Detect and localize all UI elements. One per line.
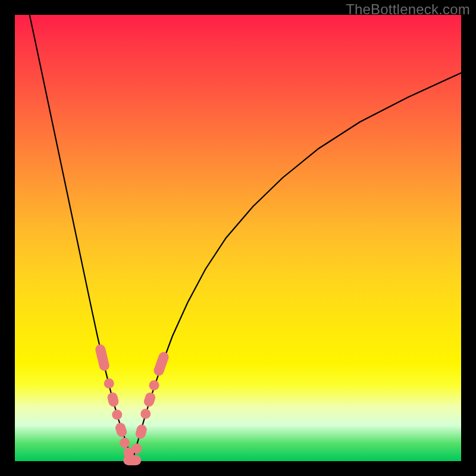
marker-dot <box>104 378 114 389</box>
marker-capsule <box>152 350 170 377</box>
marker-capsule <box>114 421 129 438</box>
curve-left-branch <box>30 15 133 461</box>
marker-capsule <box>107 392 120 408</box>
watermark-text: TheBottleneck.com <box>346 1 470 18</box>
marker-capsule <box>143 391 157 408</box>
marker-dot <box>112 410 122 420</box>
marker-dot <box>120 438 130 448</box>
marker-capsule <box>94 343 110 372</box>
marker-dot <box>140 409 151 419</box>
marker-capsule <box>134 424 148 440</box>
marker-capsule <box>123 455 141 465</box>
marker-dot <box>149 380 159 390</box>
chart-plot-area <box>15 15 461 461</box>
marker-dot <box>131 444 142 454</box>
curve-right-branch <box>132 73 461 462</box>
chart-svg <box>15 15 461 461</box>
